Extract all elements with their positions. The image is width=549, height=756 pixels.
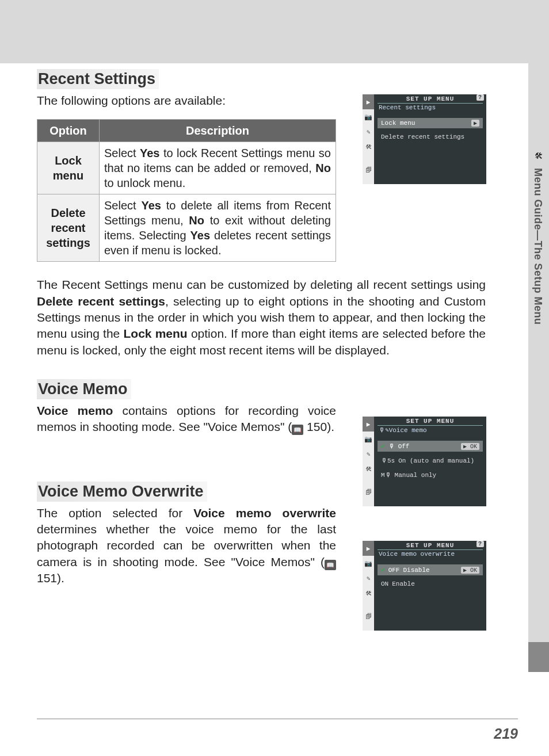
desc-bold: Yes [141, 199, 161, 212]
play-icon: ▶ [363, 417, 374, 432]
para-text: determines whether the voice memo for th… [37, 522, 336, 568]
lcd-row-label: Manual only [395, 472, 437, 479]
side-tab: 🛠 Menu Guide—The Setup Menu [528, 63, 549, 655]
lcd-voice-memo-overwrite: ▶ 📷 ✎ 🛠 🗐 SET UP MENU? Voice memo overwr… [363, 541, 486, 631]
chevron-right-icon: ▶ [471, 120, 479, 127]
lcd-title: SET UP MENU? [374, 541, 486, 549]
opt-marker: M🎙 [381, 471, 391, 479]
opt-marker: OFF [388, 567, 400, 574]
lcd-subtitle: 🎙✎Voice memo [374, 426, 486, 437]
desc-bold: No [315, 162, 331, 174]
book-icon: 📖 [292, 425, 303, 435]
lcd-voice-memo: ▶ 📷 ✎ 🛠 🗐 SET UP MENU 🎙✎Voice memo ✔ 🎙 O… [363, 417, 486, 506]
desc-bold: Yes [140, 147, 159, 159]
camera-icon: 📷 [363, 556, 374, 571]
lcd-row-label: On (auto and manual) [398, 457, 474, 464]
play-icon: ▶ [363, 94, 374, 109]
para-bold: Lock menu [123, 327, 187, 340]
wrench-icon: 🛠 [363, 586, 374, 601]
wrench-icon: 🛠 [363, 139, 374, 154]
check-icon: ✔ [381, 566, 385, 574]
lcd-row-label: Disable [403, 567, 429, 574]
para-text: The Recent Settings menu can be customiz… [37, 278, 486, 291]
option-delete-l1: Delete [42, 205, 94, 220]
lcd-row-manual-only: M🎙 Manual only [378, 469, 483, 480]
voice-memo-heading: Voice Memo [37, 379, 131, 399]
desc-text: to unlock menu. [104, 177, 185, 189]
pencil-icon: ✎ [363, 446, 374, 461]
lcd-row-label: Delete recent settings [381, 133, 464, 140]
table-header-description: Description [100, 120, 336, 142]
page-number: 219 [494, 726, 518, 742]
lcd-recent-settings: ▶ 📷 ✎ 🛠 🗐 SET UP MENU? Recent settings L… [363, 94, 486, 184]
chevron-right-icon: ▶ [463, 567, 467, 574]
desc-text: Select [104, 199, 141, 212]
recent-settings-table: Option Description Lock menu Select Yes … [37, 119, 336, 262]
lcd-row-on-auto-manual: 🎙5s On (auto and manual) [378, 455, 483, 466]
lcd-title-text: SET UP MENU [406, 542, 455, 549]
camera-icon: 📷 [363, 432, 374, 446]
para-text: The option selected for [37, 506, 193, 520]
book-icon: 📖 [325, 560, 336, 570]
help-icon: ? [476, 541, 484, 547]
wrench-icon: 🛠 [532, 150, 545, 162]
voice-memo-paragraph: Voice memo contains options for recordin… [37, 403, 336, 436]
para-bold: Delete recent settings [37, 295, 165, 308]
option-lock-menu-l2: menu [42, 168, 94, 183]
page-ref: 150). [303, 420, 334, 433]
top-gray-band [0, 0, 549, 63]
recent-settings-paragraph: The Recent Settings menu can be customiz… [37, 277, 486, 358]
lcd-subtitle: Recent settings [374, 104, 486, 114]
lcd-title-text: SET UP MENU [406, 96, 455, 102]
recent-icon: 🗐 [363, 609, 374, 624]
ok-text: OK [470, 567, 477, 574]
help-icon: ? [476, 94, 484, 101]
lcd-title: SET UP MENU [374, 417, 486, 425]
para-bold: Voice memo [37, 404, 113, 417]
page-ref: 151). [37, 571, 64, 585]
lcd-subtitle: Voice memo overwrite [374, 550, 486, 561]
opt-marker: 🎙5s [381, 457, 395, 464]
play-icon: ▶ [363, 541, 374, 556]
lcd-row-label: Off [398, 443, 410, 450]
recent-settings-heading: Recent Settings [37, 69, 159, 89]
ok-badge: ▶ OK [461, 443, 479, 450]
side-tab-marker [528, 642, 549, 672]
check-icon: ✔ [381, 442, 385, 450]
voice-memo-overwrite-paragraph: The option selected for Voice memo overw… [37, 505, 336, 587]
ok-badge: ▶ OK [461, 567, 479, 574]
recent-icon: 🗐 [363, 484, 374, 499]
desc-text: Select [104, 147, 140, 159]
option-delete-l3: settings [42, 235, 94, 250]
footer-rule [37, 719, 518, 719]
mic-icon: 🎙✎ [379, 427, 389, 434]
lcd-row-disable: ✔ OFF Disable ▶ OK [378, 564, 483, 575]
ok-text: OK [470, 444, 477, 450]
pencil-icon: ✎ [363, 571, 374, 586]
pencil-icon: ✎ [363, 124, 374, 139]
camera-icon: 📷 [363, 109, 374, 124]
lcd-row-label: Enable [392, 581, 415, 587]
lcd-row-label: Lock menu [381, 120, 415, 127]
lcd-row-enable: ON Enable [378, 579, 483, 589]
opt-marker: 🎙 [388, 442, 395, 450]
lcd-title: SET UP MENU? [374, 94, 486, 103]
chevron-right-icon: ▶ [463, 444, 467, 450]
table-row: Delete recent settings Select Yes to del… [37, 194, 336, 262]
option-delete-l2: recent [42, 220, 94, 235]
table-row: Lock menu Select Yes to lock Re­cent Set… [37, 142, 336, 194]
table-header-option: Option [37, 120, 100, 142]
option-lock-menu-l1: Lock [42, 153, 94, 168]
recent-icon: 🗐 [363, 162, 374, 177]
para-bold: Voice memo overwrite [193, 506, 336, 520]
opt-marker: ON [381, 581, 388, 587]
lcd-row-off: ✔ 🎙 Off ▶ OK [378, 441, 483, 452]
lcd-row-lock-menu: Lock menu ▶ [378, 118, 483, 128]
wrench-icon: 🛠 [363, 461, 374, 476]
desc-bold: Yes [190, 229, 210, 242]
lcd-sub-text: Voice memo [389, 427, 427, 434]
voice-memo-overwrite-heading: Voice Memo Overwrite [37, 482, 207, 502]
desc-bold: No [189, 214, 204, 227]
side-tab-label: Menu Guide—The Setup Menu [532, 168, 544, 325]
lcd-row-delete-recent: Delete recent settings [378, 132, 483, 142]
